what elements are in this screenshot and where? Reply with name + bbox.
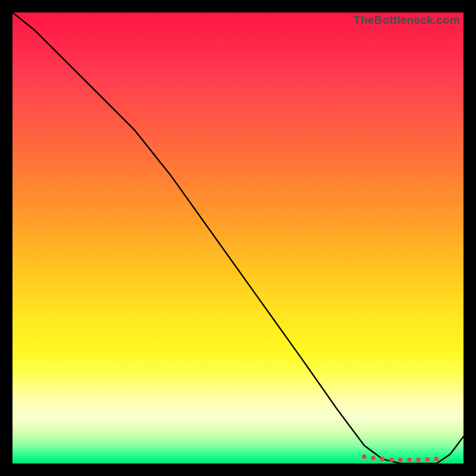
marker-dot	[398, 458, 403, 462]
marker-dot	[425, 457, 430, 462]
chart-overlay	[12, 12, 464, 464]
marker-dot	[434, 457, 439, 462]
marker-dot	[380, 457, 385, 462]
marker-dot	[389, 458, 394, 462]
curve-line	[12, 12, 464, 464]
chart-frame: TheBottleneck.com	[0, 0, 476, 476]
marker-dot	[371, 456, 376, 461]
watermark-text: TheBottleneck.com	[353, 14, 460, 27]
marker-dot	[362, 455, 367, 459]
markers-group	[362, 455, 439, 462]
plot-area: TheBottleneck.com	[12, 12, 464, 464]
marker-dot	[407, 458, 412, 462]
marker-dot	[416, 458, 421, 462]
